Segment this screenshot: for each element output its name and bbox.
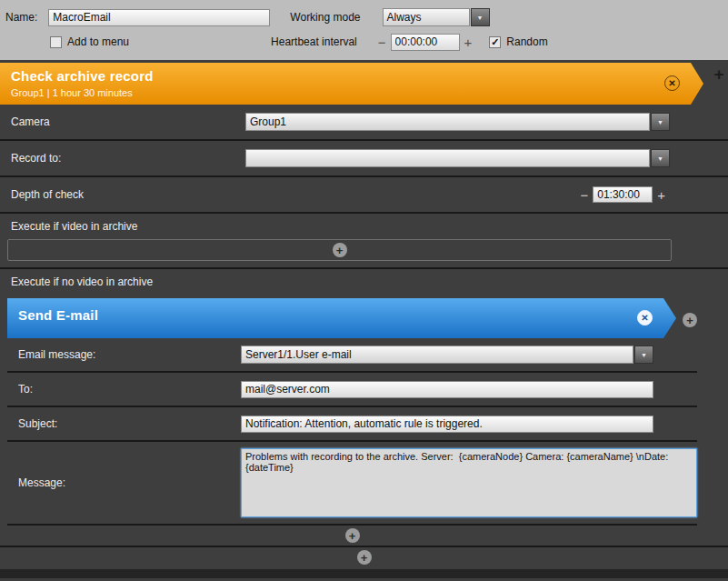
working-mode-label: Working mode: [290, 11, 360, 24]
send-email-banner-row: Send E-mail ✕ +: [7, 296, 697, 338]
toolbar-row-1: Name: Working mode Always ▼: [5, 7, 728, 27]
depth-of-check-row: Depth of check − +: [0, 177, 728, 214]
add-if-video-action-button[interactable]: +: [333, 243, 347, 257]
macro-action-panel: Check archive record Group1 | 1 hour 30 …: [0, 60, 728, 578]
heartbeat-decrease-button[interactable]: −: [374, 35, 391, 50]
record-to-dropdown[interactable]: ▼: [245, 149, 670, 167]
add-email-action-button[interactable]: +: [345, 528, 360, 543]
camera-value[interactable]: Group1: [245, 113, 650, 131]
execute-if-video-section: Execute if video in archive +: [0, 214, 728, 269]
heartbeat-interval-label: Heartbeat interval: [271, 35, 357, 48]
depth-of-check-input[interactable]: [593, 186, 653, 203]
email-to-row: To:: [7, 373, 697, 407]
record-to-value[interactable]: [245, 149, 650, 167]
add-if-no-video-action-button[interactable]: +: [357, 550, 372, 565]
working-mode-dropdown[interactable]: Always ▼: [383, 8, 490, 26]
macro-add-row: +: [0, 547, 728, 567]
working-mode-dropdown-arrow-icon[interactable]: ▼: [471, 8, 490, 26]
record-to-label: Record to:: [11, 152, 245, 165]
close-check-archive-icon[interactable]: ✕: [664, 75, 680, 91]
panel-bottom-bar: [0, 569, 728, 578]
add-to-menu-label: Add to menu: [67, 35, 129, 48]
check-archive-title: Check archive record: [11, 68, 663, 84]
email-message-dropdown[interactable]: Server1/1.User e-mail ▼: [241, 346, 653, 364]
heartbeat-interval-input[interactable]: [391, 34, 460, 51]
depth-increase-button[interactable]: +: [653, 187, 670, 203]
depth-decrease-button[interactable]: −: [575, 187, 593, 203]
execute-if-video-dropzone: +: [7, 239, 672, 261]
check-archive-subtitle: Group1 | 1 hour 30 minutes: [11, 87, 663, 98]
camera-dropdown-arrow-icon[interactable]: ▼: [651, 113, 670, 131]
record-to-dropdown-arrow-icon[interactable]: ▼: [651, 149, 670, 167]
add-nested-action-button[interactable]: +: [683, 313, 697, 327]
camera-row: Camera Group1 ▼: [0, 105, 728, 141]
email-subject-input[interactable]: [241, 416, 653, 433]
email-to-input[interactable]: [241, 381, 653, 398]
email-to-label: To:: [18, 383, 241, 396]
email-message-label: Email message:: [18, 348, 241, 361]
email-subject-row: Subject:: [7, 407, 697, 442]
name-label: Name:: [5, 11, 37, 24]
macro-name-input[interactable]: [48, 9, 270, 26]
working-mode-value[interactable]: Always: [383, 8, 470, 26]
camera-label: Camera: [11, 115, 245, 128]
email-add-row: +: [7, 526, 697, 546]
add-action-button-top[interactable]: +: [710, 65, 728, 84]
email-body-label: Message:: [18, 476, 241, 489]
email-message-dropdown-arrow-icon[interactable]: ▼: [634, 346, 653, 364]
add-to-menu-checkbox[interactable]: [50, 36, 62, 48]
check-archive-banner-row: Check archive record Group1 | 1 hour 30 …: [0, 60, 728, 105]
email-message-value[interactable]: Server1/1.User e-mail: [241, 346, 633, 364]
close-send-email-icon[interactable]: ✕: [637, 310, 653, 326]
heartbeat-increase-button[interactable]: +: [460, 35, 477, 50]
execute-if-video-label: Execute if video in archive: [0, 214, 728, 238]
email-body-row: Message: Problems with recording to the …: [7, 442, 697, 526]
email-subject-label: Subject:: [18, 417, 241, 430]
execute-if-no-video-label: Execute if no video in archive: [0, 269, 728, 294]
record-to-row: Record to: ▼: [0, 141, 728, 177]
check-archive-record-header: Check archive record Group1 | 1 hour 30 …: [0, 63, 703, 105]
random-checkbox[interactable]: ✓: [489, 36, 501, 48]
email-message-row: Email message: Server1/1.User e-mail ▼: [7, 338, 697, 373]
depth-of-check-label: Depth of check: [11, 188, 245, 201]
depth-of-check-stepper: − +: [575, 186, 670, 203]
email-body-textarea[interactable]: Problems with recording to the archive. …: [241, 448, 697, 517]
toolbar-row-2: Add to menu Heartbeat interval − + ✓ Ran…: [5, 32, 728, 52]
macro-settings-toolbar: Name: Working mode Always ▼ Add to menu …: [0, 0, 728, 60]
send-email-title: Send E-mail: [18, 307, 636, 323]
send-email-header: Send E-mail ✕: [7, 298, 676, 338]
random-label: Random: [506, 35, 547, 48]
camera-dropdown[interactable]: Group1 ▼: [245, 113, 670, 131]
send-email-panel: Send E-mail ✕ + Email message: Server1/1…: [7, 296, 697, 546]
